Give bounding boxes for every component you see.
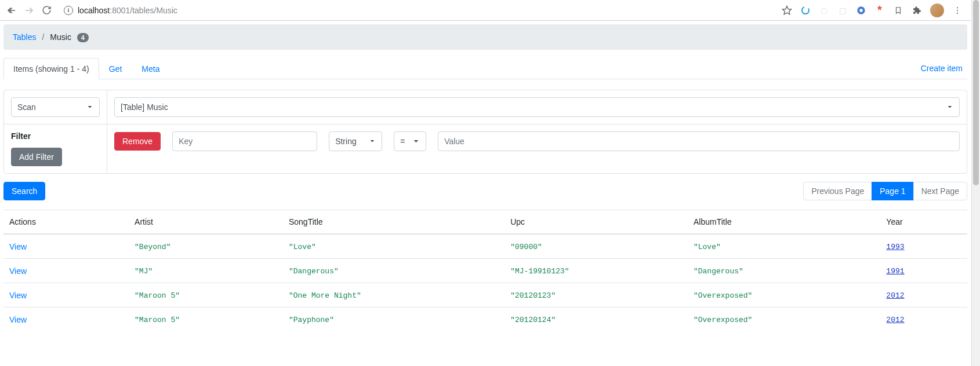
cell-albumtitle: "Dangerous" — [694, 267, 743, 276]
tab-items[interactable]: Items (showing 1 - 4) — [3, 58, 99, 79]
filter-value-input[interactable] — [438, 131, 960, 151]
cell-songtitle: "Dangerous" — [289, 267, 339, 276]
table-row: View"Maroon 5""Payphone""20120124""Overe… — [3, 308, 967, 332]
svg-marker-2 — [783, 6, 792, 14]
extension-icon-1[interactable] — [800, 5, 811, 16]
extension-icon-3[interactable]: ▢ — [837, 5, 848, 16]
pagination: Previous Page Page 1 Next Page — [803, 182, 967, 200]
table-row: View"Beyond""Love""09000""Love"1993 — [3, 234, 967, 259]
view-link[interactable]: View — [9, 266, 27, 276]
cell-year: 2012 — [886, 291, 904, 300]
view-link[interactable]: View — [9, 315, 27, 324]
table-row: View"Maroon 5""One More Night""20120123"… — [3, 283, 967, 308]
url-text: localhost:8001/tables/Music — [78, 6, 177, 15]
create-item-link[interactable]: Create item — [916, 58, 967, 79]
arrow-left-icon — [6, 5, 17, 16]
cell-upc: "20120124" — [510, 316, 556, 324]
reload-button[interactable] — [39, 3, 53, 17]
bookmark-icon[interactable] — [893, 5, 903, 16]
extension-icon-4[interactable] — [856, 5, 866, 16]
col-actions: Actions — [3, 210, 129, 235]
breadcrumb-current: Music 4 — [50, 32, 89, 42]
cell-albumtitle: "Overexposed" — [694, 291, 752, 300]
tab-meta[interactable]: Meta — [132, 58, 169, 79]
profile-avatar[interactable] — [930, 3, 944, 17]
cell-artist: "MJ" — [135, 267, 153, 276]
cell-year: 1991 — [886, 267, 904, 276]
svg-point-6 — [957, 7, 958, 8]
query-mode-select[interactable]: Scan — [11, 97, 100, 117]
scrollbar[interactable] — [971, 0, 980, 335]
browser-toolbar: i localhost:8001/tables/Music ◌ ▢ * — [0, 0, 971, 21]
col-albumtitle: AlbumTitle — [688, 210, 880, 235]
filter-row: Remove String = — [114, 131, 960, 151]
cell-year: 1993 — [886, 243, 904, 251]
cell-artist: "Maroon 5" — [135, 291, 180, 300]
col-year: Year — [880, 210, 967, 235]
kebab-menu-icon[interactable] — [952, 5, 963, 16]
view-link[interactable]: View — [9, 291, 27, 300]
tabs: Items (showing 1 - 4) Get Meta Create it… — [3, 58, 967, 79]
address-bar[interactable]: i localhost:8001/tables/Music — [57, 6, 778, 15]
col-songtitle: SongTitle — [283, 210, 504, 235]
filter-heading: Filter — [11, 131, 100, 141]
count-badge: 4 — [77, 33, 89, 42]
breadcrumb: Tables / Music 4 — [3, 24, 967, 50]
cell-albumtitle: "Love" — [694, 243, 721, 251]
extensions-puzzle-icon[interactable] — [912, 5, 922, 16]
cell-year: 2012 — [886, 316, 904, 324]
breadcrumb-root-link[interactable]: Tables — [13, 32, 36, 42]
cell-albumtitle: "Overexposed" — [694, 316, 752, 324]
reload-icon — [42, 5, 52, 15]
star-icon[interactable] — [782, 5, 792, 16]
breadcrumb-separator: / — [42, 32, 44, 42]
cell-songtitle: "Love" — [289, 243, 316, 251]
add-filter-button[interactable]: Add Filter — [11, 148, 62, 166]
extension-icon-2[interactable]: ◌ — [819, 5, 829, 16]
svg-point-7 — [957, 9, 958, 10]
search-button[interactable]: Search — [3, 182, 45, 200]
svg-point-5 — [859, 9, 862, 12]
cell-upc: "09000" — [510, 243, 542, 251]
scrollbar-thumb[interactable] — [973, 0, 979, 185]
col-artist: Artist — [129, 210, 283, 235]
cell-upc: "MJ-19910123" — [510, 267, 569, 276]
col-upc: Upc — [504, 210, 688, 235]
table-row: View"MJ""Dangerous""MJ-19910123""Dangero… — [3, 259, 967, 283]
cell-artist: "Maroon 5" — [135, 316, 180, 324]
site-info-icon[interactable]: i — [64, 6, 73, 15]
arrow-right-icon — [24, 5, 34, 16]
cell-songtitle: "One More Night" — [289, 291, 361, 300]
prev-page-button[interactable]: Previous Page — [803, 182, 872, 200]
tab-get[interactable]: Get — [99, 58, 132, 79]
filter-operator-select[interactable]: = — [394, 131, 426, 151]
current-page-button[interactable]: Page 1 — [872, 182, 913, 200]
query-panel: Scan Filter Add Filter [Table] Music Rem… — [3, 90, 967, 174]
back-button[interactable] — [5, 3, 19, 17]
results-table: Actions Artist SongTitle Upc AlbumTitle … — [3, 210, 967, 331]
next-page-button[interactable]: Next Page — [913, 182, 967, 200]
filter-type-select[interactable]: String — [329, 131, 382, 151]
query-target-select[interactable]: [Table] Music — [114, 97, 960, 117]
cell-songtitle: "Payphone" — [289, 316, 334, 324]
svg-point-3 — [802, 7, 809, 14]
view-link[interactable]: View — [9, 242, 27, 251]
filter-key-input[interactable] — [172, 131, 317, 151]
browser-actions: ◌ ▢ * — [782, 3, 966, 17]
cell-upc: "20120123" — [510, 291, 556, 300]
action-row: Search Previous Page Page 1 Next Page — [3, 182, 967, 200]
forward-button[interactable] — [22, 3, 36, 17]
remove-filter-button[interactable]: Remove — [114, 132, 161, 151]
svg-point-8 — [957, 12, 958, 13]
cell-artist: "Beyond" — [135, 243, 170, 251]
extension-icon-5[interactable]: * — [874, 5, 885, 16]
